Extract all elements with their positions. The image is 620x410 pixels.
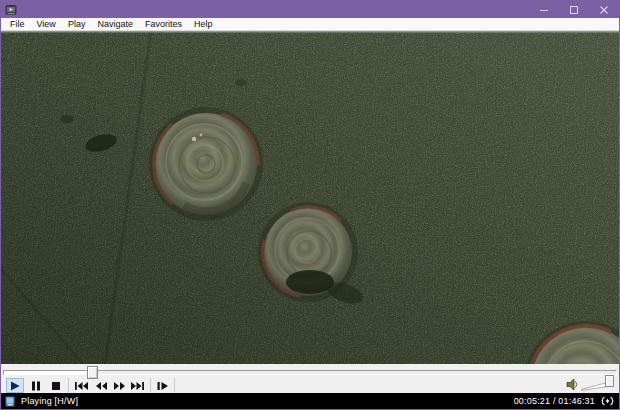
renderer-status-icon [5, 396, 15, 407]
menu-file[interactable]: File [4, 18, 31, 31]
play-icon [9, 380, 21, 392]
skip-forward-button[interactable] [129, 378, 145, 393]
skip-back-icon [74, 381, 89, 391]
seek-elapsed [4, 371, 90, 374]
maximize-button[interactable] [559, 1, 589, 18]
rewind-button[interactable] [93, 378, 109, 393]
stop-button[interactable] [48, 378, 64, 393]
audio-channels-icon [600, 396, 615, 406]
menu-play[interactable]: Play [62, 18, 92, 31]
player-controls [1, 364, 619, 393]
toolbar-separator [150, 378, 151, 392]
step-icon [156, 381, 169, 391]
menu-favorites[interactable]: Favorites [139, 18, 188, 31]
media-player-window: File View Play Navigate Favorites Help [0, 0, 620, 410]
volume-thumb[interactable] [605, 375, 614, 387]
toolbar-separator [174, 378, 175, 392]
menu-bar: File View Play Navigate Favorites Help [1, 18, 619, 31]
volume-mute-button[interactable] [565, 377, 579, 392]
minimize-button[interactable] [529, 1, 559, 18]
fast-forward-button[interactable] [111, 378, 127, 393]
menu-help[interactable]: Help [188, 18, 219, 31]
video-display-area[interactable] [1, 31, 619, 364]
rewind-icon [95, 381, 108, 391]
menu-view[interactable]: View [31, 18, 62, 31]
window-controls [529, 1, 619, 18]
stop-icon [50, 380, 62, 392]
step-button[interactable] [154, 378, 170, 393]
toolbar-separator [68, 378, 69, 392]
time-display: 00:05:21 / 01:46:31 [514, 396, 595, 406]
menu-navigate[interactable]: Navigate [91, 18, 139, 31]
speaker-icon [565, 377, 579, 392]
pause-icon [30, 380, 42, 392]
maximize-icon [569, 5, 579, 15]
status-bar: Playing [H/W] 00:05:21 / 01:46:31 [1, 393, 619, 409]
status-right-group: 00:05:21 / 01:46:31 [514, 396, 615, 406]
title-bar[interactable] [1, 1, 619, 18]
app-icon [5, 4, 17, 16]
close-button[interactable] [589, 1, 619, 18]
video-frame-crop-circles [1, 31, 619, 364]
skip-back-button[interactable] [73, 378, 89, 393]
close-icon [599, 5, 609, 15]
playback-state-label: Playing [H/W] [21, 396, 78, 406]
fast-forward-icon [113, 381, 126, 391]
play-button[interactable] [6, 378, 24, 393]
skip-forward-icon [130, 381, 145, 391]
pause-button[interactable] [28, 378, 44, 393]
minimize-icon [539, 5, 549, 15]
